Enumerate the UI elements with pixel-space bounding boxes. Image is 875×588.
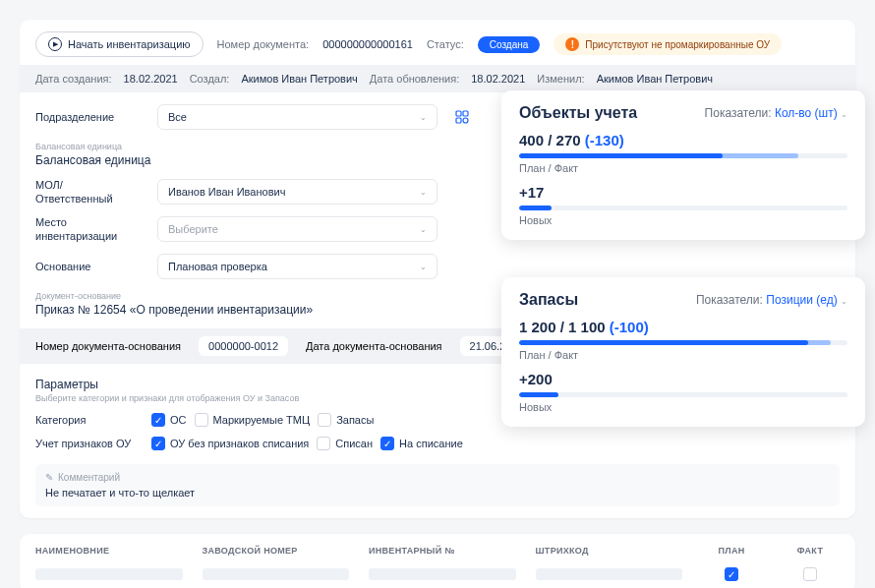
basis-date-label: Дата документа-основания: [306, 340, 442, 352]
objects-card: Объекты учета Показатели: Кол-во (шт) ⌄ …: [501, 90, 865, 240]
plan-check[interactable]: ✓: [702, 567, 761, 581]
stock-new-bar: [519, 392, 847, 397]
editor-label: Изменил:: [537, 73, 584, 85]
stock-title: Запасы: [519, 291, 578, 309]
th-factory: Заводской номер: [203, 546, 350, 556]
objects-plan-fact: 400 / 270 (-130): [519, 132, 847, 148]
svg-rect-2: [456, 118, 461, 123]
stock-new-label: Новых: [519, 401, 847, 413]
checkbox-icon: [195, 413, 208, 427]
checkbox-icon: [318, 413, 331, 427]
comment-box: ✎ Комментарий Не печатает и что-то щелка…: [35, 464, 840, 506]
subdivision-select[interactable]: Все ⌄: [157, 104, 438, 130]
skeleton-cell: [35, 568, 183, 580]
objects-plan-fact-label: План / Факт: [519, 162, 847, 174]
check-stock[interactable]: Запасы: [318, 413, 374, 427]
meta-row: Дата создания: 18.02.2021 Создал: Акимов…: [20, 65, 855, 92]
stock-new: +200: [519, 371, 847, 387]
check-sign-off[interactable]: Списан: [317, 437, 373, 450]
checkbox-icon: [803, 567, 817, 581]
checkbox-icon: ✓: [151, 437, 165, 450]
svg-point-3: [463, 118, 468, 123]
th-name: Наименовние: [35, 546, 183, 556]
table-card: Наименовние Заводской номер Инвентарный …: [20, 534, 855, 588]
warning-badge: ! Присутствуют не промаркированные ОУ: [554, 33, 782, 55]
checkbox-icon: ✓: [725, 567, 738, 581]
skeleton-cell: [536, 568, 683, 580]
mol-value: Иванов Иван Иванович: [168, 186, 285, 198]
subdivision-value: Все: [168, 111, 187, 123]
author-value: Акимов Иван Петрович: [241, 73, 357, 85]
chevron-down-icon: ⌄: [420, 188, 427, 197]
objects-title: Объекты учета: [519, 104, 637, 122]
stock-metric[interactable]: Показатели: Позиции (ед) ⌄: [696, 293, 847, 307]
signs-row: Учет признаков ОУ ✓ОУ без признаков спис…: [35, 437, 840, 450]
comment-icon: ✎: [45, 472, 53, 483]
place-select[interactable]: Выберите ⌄: [157, 216, 438, 242]
stock-plan-fact: 1 200 / 1 100 (-100): [519, 319, 847, 335]
svg-rect-1: [463, 111, 468, 116]
chevron-down-icon: ⌄: [841, 110, 847, 119]
main-card: ▶ Начать инвентаризацию Номер документа:…: [20, 20, 855, 518]
balance-label: Балансовая единица: [35, 142, 144, 151]
signs-label: Учет признаков ОУ: [35, 438, 144, 449]
basis-value: Плановая проверка: [168, 261, 267, 272]
objects-new: +17: [519, 184, 847, 201]
table-row: ✓: [35, 567, 840, 581]
check-os[interactable]: ✓ОС: [151, 413, 187, 427]
subdivision-label: Подразделение: [35, 111, 144, 123]
th-plan: План: [702, 546, 761, 556]
objects-metric[interactable]: Показатели: Кол-во (шт) ⌄: [705, 106, 847, 120]
checkbox-icon: ✓: [380, 437, 394, 450]
objects-new-bar: [519, 206, 847, 210]
place-placeholder: Выберите: [168, 223, 218, 235]
warning-text: Присутствуют не промаркированные ОУ: [585, 39, 770, 50]
chevron-down-icon: ⌄: [420, 113, 427, 122]
fact-check[interactable]: [781, 567, 840, 581]
author-label: Создал:: [190, 73, 230, 85]
objects-bar: [519, 153, 847, 158]
basis-num-label: Номер документа-основания: [35, 340, 181, 352]
chevron-down-icon: ⌄: [841, 297, 847, 306]
skeleton-cell: [369, 568, 516, 580]
place-label: Место инвентаризации: [35, 216, 144, 242]
updated-value: 18.02.2021: [471, 73, 525, 85]
checkbox-icon: ✓: [151, 413, 165, 427]
check-sign-none[interactable]: ✓ОУ без признаков списания: [151, 437, 309, 450]
play-icon: ▶: [48, 37, 62, 51]
comment-body: Не печатает и что-то щелкает: [45, 487, 830, 499]
comment-title: ✎ Комментарий: [45, 472, 830, 483]
skeleton-cell: [203, 568, 350, 580]
status-label: Статус:: [427, 38, 464, 50]
chevron-down-icon: ⌄: [420, 263, 427, 271]
status-badge: Создана: [478, 36, 541, 53]
stock-plan-fact-label: План / Факт: [519, 349, 847, 361]
basis-num-value[interactable]: 0000000-0012: [199, 336, 288, 356]
th-inventory: Инвентарный №: [369, 546, 516, 556]
th-barcode: Штрихкод: [536, 546, 683, 556]
start-button-label: Начать инвентаризацию: [68, 38, 191, 50]
check-sign-toff[interactable]: ✓На списание: [380, 437, 463, 450]
mol-label: МОЛ/ Ответственный: [35, 179, 144, 205]
editor-value: Акимов Иван Петрович: [597, 73, 713, 85]
start-inventory-button[interactable]: ▶ Начать инвентаризацию: [35, 31, 204, 57]
chevron-down-icon: ⌄: [420, 225, 427, 234]
category-label: Категория: [35, 414, 144, 426]
balance-value: Балансовая единица: [35, 153, 150, 167]
mol-select[interactable]: Иванов Иван Иванович ⌄: [157, 179, 438, 205]
created-value: 18.02.2021: [124, 73, 178, 85]
th-fact: Факт: [781, 546, 840, 556]
updated-label: Дата обновления:: [370, 73, 459, 85]
basis-label: Основание: [35, 261, 144, 272]
stock-bar: [519, 340, 847, 345]
basis-row: Основание Плановая проверка ⌄: [35, 254, 840, 279]
checkbox-icon: [317, 437, 330, 450]
org-tree-icon[interactable]: [451, 106, 473, 128]
check-tmc[interactable]: Маркируемые ТМЦ: [195, 413, 311, 427]
basis-select[interactable]: Плановая проверка ⌄: [157, 254, 438, 279]
created-label: Дата создания:: [35, 73, 112, 85]
warning-icon: !: [565, 37, 579, 51]
doc-number-label: Номер документа:: [217, 38, 310, 50]
header-row: ▶ Начать инвентаризацию Номер документа:…: [35, 31, 840, 57]
svg-rect-0: [456, 111, 461, 116]
